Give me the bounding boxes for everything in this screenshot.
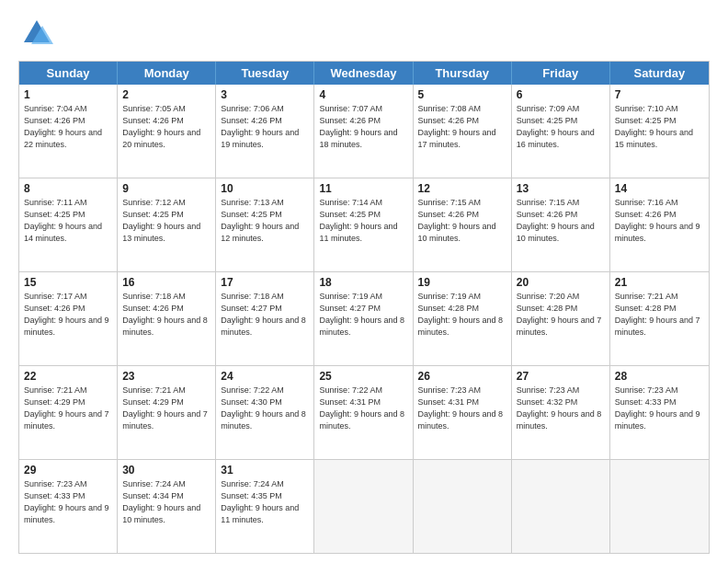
day-number: 27 (517, 370, 605, 383)
calendar-cell: 8Sunrise: 7:11 AMSunset: 4:25 PMDaylight… (19, 178, 118, 271)
day-number: 21 (615, 276, 704, 289)
day-info: Sunrise: 7:21 AMSunset: 4:29 PMDaylight:… (122, 385, 210, 432)
header (18, 17, 710, 52)
day-info: Sunrise: 7:22 AMSunset: 4:30 PMDaylight:… (221, 385, 309, 432)
day-info: Sunrise: 7:06 AMSunset: 4:26 PMDaylight:… (221, 103, 309, 151)
day-number: 13 (517, 182, 605, 195)
calendar-row: 22Sunrise: 7:21 AMSunset: 4:29 PMDayligh… (19, 366, 709, 460)
calendar-cell: 20Sunrise: 7:20 AMSunset: 4:28 PMDayligh… (512, 272, 610, 365)
calendar-cell: 6Sunrise: 7:09 AMSunset: 4:25 PMDaylight… (512, 85, 610, 178)
day-number: 20 (517, 276, 605, 289)
logo (18, 17, 57, 52)
calendar-cell: 5Sunrise: 7:08 AMSunset: 4:26 PMDaylight… (414, 85, 512, 178)
calendar-cell: 16Sunrise: 7:18 AMSunset: 4:26 PMDayligh… (118, 272, 216, 365)
day-info: Sunrise: 7:20 AMSunset: 4:28 PMDaylight:… (517, 291, 605, 339)
day-number: 15 (24, 276, 112, 289)
calendar-cell: 19Sunrise: 7:19 AMSunset: 4:28 PMDayligh… (414, 272, 512, 365)
calendar-cell: 28Sunrise: 7:23 AMSunset: 4:33 PMDayligh… (610, 366, 709, 459)
calendar-cell: 2Sunrise: 7:05 AMSunset: 4:26 PMDaylight… (118, 85, 216, 178)
day-info: Sunrise: 7:15 AMSunset: 4:26 PMDaylight:… (517, 197, 605, 245)
day-info: Sunrise: 7:15 AMSunset: 4:26 PMDaylight:… (418, 197, 506, 245)
calendar-cell: 11Sunrise: 7:14 AMSunset: 4:25 PMDayligh… (314, 178, 413, 271)
day-info: Sunrise: 7:05 AMSunset: 4:26 PMDaylight:… (122, 103, 210, 151)
day-number: 16 (122, 276, 210, 289)
day-info: Sunrise: 7:23 AMSunset: 4:31 PMDaylight:… (418, 385, 506, 432)
day-info: Sunrise: 7:13 AMSunset: 4:25 PMDaylight:… (221, 197, 309, 245)
day-info: Sunrise: 7:11 AMSunset: 4:25 PMDaylight:… (24, 197, 112, 245)
header-day-tuesday: Tuesday (216, 62, 314, 85)
day-number: 25 (319, 370, 407, 383)
header-day-sunday: Sunday (19, 62, 118, 85)
day-number: 26 (418, 370, 506, 383)
day-number: 2 (122, 88, 210, 101)
header-day-saturday: Saturday (610, 62, 709, 85)
header-day-monday: Monday (118, 62, 216, 85)
day-number: 29 (24, 464, 112, 477)
day-number: 18 (319, 276, 407, 289)
calendar-cell: 4Sunrise: 7:07 AMSunset: 4:26 PMDaylight… (314, 85, 413, 178)
day-number: 12 (418, 182, 506, 195)
calendar-cell: 30Sunrise: 7:24 AMSunset: 4:34 PMDayligh… (118, 460, 216, 553)
calendar-cell: 29Sunrise: 7:23 AMSunset: 4:33 PMDayligh… (19, 460, 118, 553)
logo-icon (18, 17, 53, 52)
day-number: 7 (615, 88, 704, 101)
calendar-header: SundayMondayTuesdayWednesdayThursdayFrid… (19, 62, 709, 85)
calendar-cell (314, 460, 413, 553)
day-number: 19 (418, 276, 506, 289)
calendar-cell: 18Sunrise: 7:19 AMSunset: 4:27 PMDayligh… (314, 272, 413, 365)
day-number: 28 (615, 370, 704, 383)
day-info: Sunrise: 7:23 AMSunset: 4:33 PMDaylight:… (615, 385, 704, 432)
day-info: Sunrise: 7:23 AMSunset: 4:32 PMDaylight:… (517, 385, 605, 432)
page: SundayMondayTuesdayWednesdayThursdayFrid… (0, 0, 728, 563)
calendar-row: 29Sunrise: 7:23 AMSunset: 4:33 PMDayligh… (19, 460, 709, 553)
calendar-cell: 9Sunrise: 7:12 AMSunset: 4:25 PMDaylight… (118, 178, 216, 271)
calendar-cell: 7Sunrise: 7:10 AMSunset: 4:25 PMDaylight… (610, 85, 709, 178)
day-number: 8 (24, 182, 112, 195)
day-info: Sunrise: 7:19 AMSunset: 4:27 PMDaylight:… (319, 291, 407, 339)
day-number: 17 (221, 276, 309, 289)
day-number: 30 (122, 464, 210, 477)
calendar-cell: 24Sunrise: 7:22 AMSunset: 4:30 PMDayligh… (216, 366, 314, 459)
day-info: Sunrise: 7:08 AMSunset: 4:26 PMDaylight:… (418, 103, 506, 151)
day-number: 14 (615, 182, 704, 195)
header-day-wednesday: Wednesday (314, 62, 413, 85)
day-number: 1 (24, 88, 112, 101)
day-number: 4 (319, 88, 407, 101)
day-info: Sunrise: 7:10 AMSunset: 4:25 PMDaylight:… (615, 103, 704, 151)
day-number: 22 (24, 370, 112, 383)
calendar-row: 8Sunrise: 7:11 AMSunset: 4:25 PMDaylight… (19, 178, 709, 272)
header-day-friday: Friday (512, 62, 610, 85)
calendar-cell: 27Sunrise: 7:23 AMSunset: 4:32 PMDayligh… (512, 366, 610, 459)
calendar-cell: 3Sunrise: 7:06 AMSunset: 4:26 PMDaylight… (216, 85, 314, 178)
calendar-cell: 26Sunrise: 7:23 AMSunset: 4:31 PMDayligh… (414, 366, 512, 459)
header-day-thursday: Thursday (414, 62, 512, 85)
calendar-cell: 15Sunrise: 7:17 AMSunset: 4:26 PMDayligh… (19, 272, 118, 365)
calendar-cell: 17Sunrise: 7:18 AMSunset: 4:27 PMDayligh… (216, 272, 314, 365)
day-info: Sunrise: 7:21 AMSunset: 4:28 PMDaylight:… (615, 291, 704, 339)
calendar-row: 15Sunrise: 7:17 AMSunset: 4:26 PMDayligh… (19, 272, 709, 366)
day-number: 9 (122, 182, 210, 195)
calendar-cell: 13Sunrise: 7:15 AMSunset: 4:26 PMDayligh… (512, 178, 610, 271)
day-number: 11 (319, 182, 407, 195)
day-info: Sunrise: 7:12 AMSunset: 4:25 PMDaylight:… (122, 197, 210, 245)
calendar-cell: 14Sunrise: 7:16 AMSunset: 4:26 PMDayligh… (610, 178, 709, 271)
day-info: Sunrise: 7:21 AMSunset: 4:29 PMDaylight:… (24, 385, 112, 432)
calendar: SundayMondayTuesdayWednesdayThursdayFrid… (18, 61, 710, 554)
calendar-cell: 1Sunrise: 7:04 AMSunset: 4:26 PMDaylight… (19, 85, 118, 178)
day-number: 5 (418, 88, 506, 101)
day-info: Sunrise: 7:19 AMSunset: 4:28 PMDaylight:… (418, 291, 506, 339)
calendar-cell: 22Sunrise: 7:21 AMSunset: 4:29 PMDayligh… (19, 366, 118, 459)
calendar-cell: 10Sunrise: 7:13 AMSunset: 4:25 PMDayligh… (216, 178, 314, 271)
day-number: 23 (122, 370, 210, 383)
day-number: 6 (517, 88, 605, 101)
day-info: Sunrise: 7:04 AMSunset: 4:26 PMDaylight:… (24, 103, 112, 151)
day-info: Sunrise: 7:17 AMSunset: 4:26 PMDaylight:… (24, 291, 112, 339)
calendar-cell: 21Sunrise: 7:21 AMSunset: 4:28 PMDayligh… (610, 272, 709, 365)
day-info: Sunrise: 7:09 AMSunset: 4:25 PMDaylight:… (517, 103, 605, 151)
day-info: Sunrise: 7:22 AMSunset: 4:31 PMDaylight:… (319, 385, 407, 432)
calendar-cell: 23Sunrise: 7:21 AMSunset: 4:29 PMDayligh… (118, 366, 216, 459)
calendar-row: 1Sunrise: 7:04 AMSunset: 4:26 PMDaylight… (19, 85, 709, 178)
day-info: Sunrise: 7:07 AMSunset: 4:26 PMDaylight:… (319, 103, 407, 151)
day-info: Sunrise: 7:18 AMSunset: 4:27 PMDaylight:… (221, 291, 309, 339)
day-info: Sunrise: 7:16 AMSunset: 4:26 PMDaylight:… (615, 197, 704, 245)
